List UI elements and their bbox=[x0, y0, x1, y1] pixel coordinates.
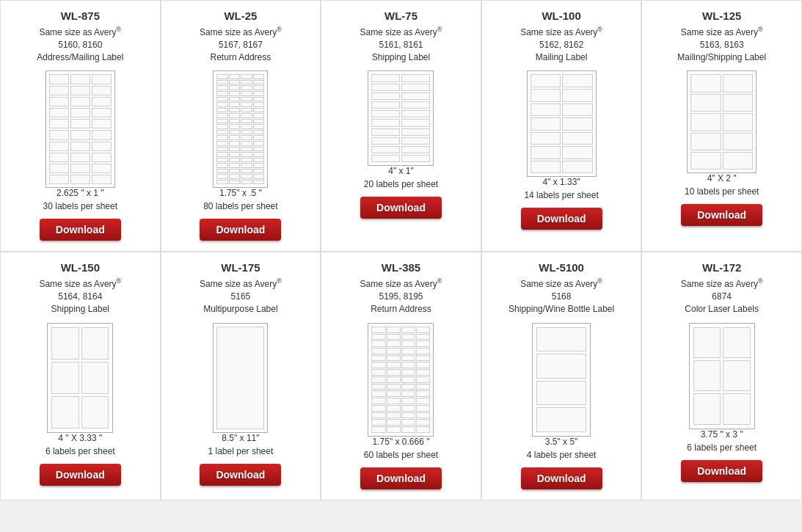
label-cell bbox=[416, 384, 430, 390]
label-cell bbox=[253, 174, 265, 179]
label-cell bbox=[531, 161, 561, 174]
label-cell bbox=[92, 108, 112, 117]
label-cell bbox=[92, 97, 112, 106]
label-cell bbox=[416, 369, 430, 376]
label-cell bbox=[387, 355, 401, 362]
label-cell bbox=[49, 153, 69, 162]
label-grid: WL-875Same size as Avery®5160, 8160Addre… bbox=[0, 0, 802, 500]
download-button[interactable]: Download bbox=[681, 460, 762, 482]
label-cell bbox=[371, 369, 385, 376]
label-cell bbox=[253, 91, 265, 96]
label-preview bbox=[213, 70, 268, 188]
label-cell bbox=[92, 74, 112, 84]
download-button[interactable]: Download bbox=[681, 204, 762, 226]
download-button[interactable]: Download bbox=[200, 464, 281, 486]
label-cell bbox=[241, 180, 252, 185]
label-cell bbox=[229, 74, 241, 79]
label-preview bbox=[689, 323, 755, 429]
label-cell bbox=[51, 396, 79, 429]
label-cell bbox=[690, 113, 721, 131]
label-cell bbox=[371, 426, 385, 433]
label-cell bbox=[536, 407, 586, 432]
download-button[interactable]: Download bbox=[360, 197, 442, 219]
label-cell bbox=[51, 327, 79, 360]
label-cell bbox=[401, 398, 415, 404]
label-cell bbox=[371, 412, 385, 419]
label-cell bbox=[229, 91, 241, 96]
label-cell bbox=[723, 133, 754, 150]
download-button[interactable]: Download bbox=[521, 208, 602, 230]
label-cell bbox=[241, 141, 252, 146]
label-cell bbox=[229, 85, 241, 90]
label-cell bbox=[562, 132, 593, 145]
label-cell bbox=[253, 152, 265, 157]
download-button[interactable]: Download bbox=[40, 464, 121, 486]
label-cell bbox=[241, 163, 252, 168]
label-cell bbox=[371, 74, 400, 81]
label-cell bbox=[241, 74, 252, 79]
label-cell bbox=[416, 390, 430, 397]
label-cell bbox=[690, 74, 721, 92]
label-cell bbox=[70, 142, 90, 151]
label-preview bbox=[532, 323, 591, 437]
label-cell bbox=[416, 412, 430, 419]
label-cell bbox=[371, 119, 400, 126]
label-cell bbox=[401, 92, 430, 100]
card-count: 20 labels per sheet bbox=[364, 179, 438, 189]
card-subtitle: Same size as Avery®5161, 8161Shipping La… bbox=[360, 25, 442, 63]
label-cell bbox=[49, 86, 69, 95]
label-cell bbox=[241, 108, 252, 113]
label-cell bbox=[216, 327, 264, 429]
label-preview bbox=[368, 70, 434, 166]
label-cell bbox=[229, 169, 241, 174]
label-cell bbox=[253, 169, 265, 174]
card-subtitle: Same size as Avery®5165Multipurpose Labe… bbox=[200, 277, 282, 315]
label-cell bbox=[401, 348, 415, 354]
label-cell bbox=[401, 340, 415, 347]
download-button[interactable]: Download bbox=[521, 467, 602, 489]
label-cell bbox=[371, 362, 385, 368]
label-cell bbox=[371, 327, 385, 333]
label-cell bbox=[387, 348, 401, 354]
label-cell bbox=[70, 130, 90, 139]
label-cell bbox=[371, 110, 400, 117]
label-cell bbox=[562, 103, 593, 117]
label-cell bbox=[401, 101, 430, 109]
card-size: 4 " X 3.33 " bbox=[58, 433, 102, 443]
card-count: 4 labels per sheet bbox=[527, 450, 597, 460]
label-cell bbox=[531, 103, 561, 117]
card-title: WL-385 bbox=[382, 261, 420, 274]
card-size: 4" x 1.33" bbox=[542, 177, 580, 187]
label-cell bbox=[371, 398, 385, 404]
label-cell bbox=[401, 146, 430, 153]
label-card-wl-172: WL-172Same size as Avery®6874Color Laser… bbox=[641, 252, 802, 500]
label-cell bbox=[70, 86, 90, 95]
label-cell bbox=[229, 141, 241, 146]
label-cell bbox=[253, 147, 265, 152]
label-cell bbox=[690, 94, 721, 112]
label-cell bbox=[241, 119, 252, 124]
label-cell bbox=[371, 146, 400, 153]
download-button[interactable]: Download bbox=[360, 467, 442, 489]
label-cell bbox=[416, 405, 430, 412]
label-cell bbox=[229, 102, 241, 107]
label-cell bbox=[253, 163, 265, 168]
label-cell bbox=[401, 327, 415, 333]
label-cell bbox=[49, 97, 69, 106]
label-cell bbox=[70, 175, 90, 184]
label-cell bbox=[253, 108, 265, 113]
label-cell bbox=[241, 85, 252, 90]
card-size: 8.5" x 11" bbox=[222, 433, 259, 443]
label-cell bbox=[92, 175, 112, 184]
label-cell bbox=[229, 108, 241, 113]
label-card-wl-175: WL-175Same size as Avery®5165Multipurpos… bbox=[161, 252, 321, 500]
label-cell bbox=[51, 362, 79, 394]
card-title: WL-875 bbox=[61, 10, 100, 22]
label-cell bbox=[216, 174, 228, 179]
download-button[interactable]: Download bbox=[200, 219, 281, 241]
download-button[interactable]: Download bbox=[40, 219, 121, 241]
label-cell bbox=[387, 334, 401, 340]
label-cell bbox=[531, 89, 561, 102]
label-cell bbox=[241, 147, 252, 152]
label-cell bbox=[229, 135, 241, 140]
